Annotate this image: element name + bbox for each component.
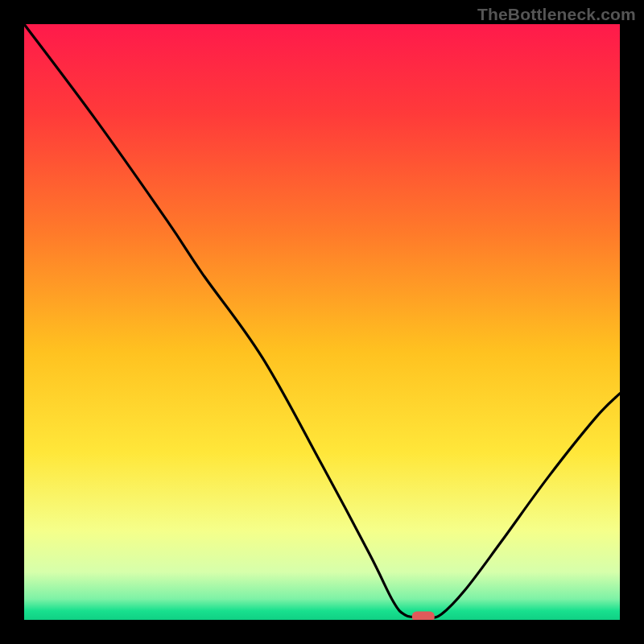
optimal-marker	[412, 612, 435, 620]
plot-area	[24, 24, 620, 620]
watermark-text: TheBottleneck.com	[477, 5, 636, 24]
gradient-background	[24, 24, 620, 620]
chart-frame: TheBottleneck.com	[0, 0, 644, 644]
chart-svg	[24, 24, 620, 620]
